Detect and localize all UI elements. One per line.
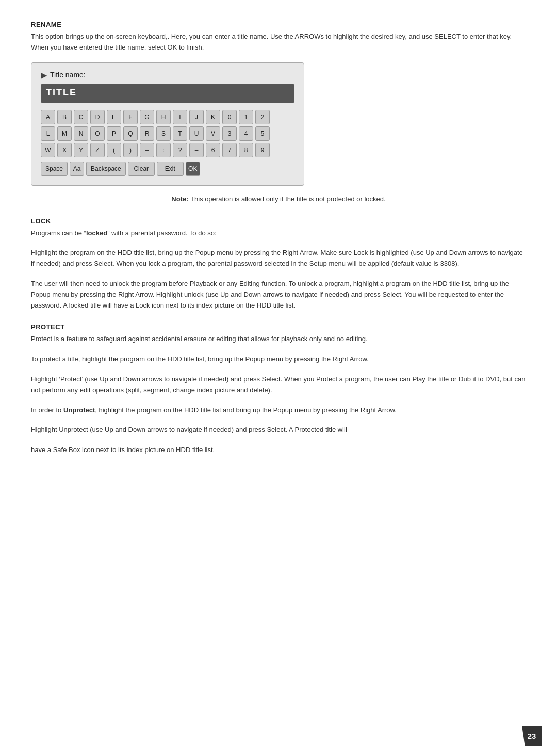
key-D[interactable]: D — [90, 110, 105, 124]
key-colon[interactable]: : — [156, 143, 171, 157]
key-dash[interactable]: – — [140, 143, 154, 157]
lock-para-1: Programs can be “locked” with a parental… — [31, 228, 526, 239]
key-U[interactable]: U — [189, 126, 204, 141]
key-0[interactable]: 0 — [222, 110, 237, 124]
key-P[interactable]: P — [107, 126, 121, 141]
key-rparen[interactable]: ) — [123, 143, 138, 157]
key-A[interactable]: A — [41, 110, 55, 124]
key-T[interactable]: T — [173, 126, 187, 141]
page-number: 23 — [522, 726, 542, 746]
rename-section: RENAME This option brings up the on-scre… — [31, 21, 526, 203]
lock-section: LOCK Programs can be “locked” with a par… — [31, 217, 526, 311]
keyboard-row-1: A B C D E F G H I J K 0 1 2 — [41, 110, 294, 124]
cursor-icon: ▶ — [41, 70, 47, 80]
protect-para-3: Highlight ‘Protect’ (use Up and Down arr… — [31, 374, 526, 396]
key-G[interactable]: G — [140, 110, 154, 124]
key-3[interactable]: 3 — [222, 126, 237, 141]
key-5[interactable]: 5 — [255, 126, 270, 141]
key-R[interactable]: R — [140, 126, 154, 141]
unprotect-bold: Unprotect — [63, 406, 95, 414]
key-6[interactable]: 6 — [206, 143, 220, 157]
lock-heading: LOCK — [31, 217, 526, 225]
keyboard-bottom-row: Space Aa Backspace Clear Exit OK — [41, 162, 294, 176]
keyboard-row-2: L M N O P Q R S T U V 3 4 5 — [41, 126, 294, 141]
key-O[interactable]: O — [90, 126, 105, 141]
title-name-label: ▶ Title name: — [41, 70, 294, 80]
key-M[interactable]: M — [57, 126, 72, 141]
protect-para-2: To protect a title, highlight the progra… — [31, 354, 526, 365]
key-1[interactable]: 1 — [239, 110, 253, 124]
protect-para-1: Protect is a feature to safeguard agains… — [31, 334, 526, 345]
key-C[interactable]: C — [74, 110, 88, 124]
key-ok[interactable]: OK — [186, 162, 200, 176]
note-bold: Note: — [171, 195, 188, 203]
key-exit[interactable]: Exit — [157, 162, 184, 176]
key-dash2[interactable]: – — [189, 143, 204, 157]
protect-para-4: In order to Unprotect, highlight the pro… — [31, 405, 526, 416]
key-9[interactable]: 9 — [255, 143, 270, 157]
key-E[interactable]: E — [107, 110, 121, 124]
key-W[interactable]: W — [41, 143, 55, 157]
page-content: RENAME This option brings up the on-scre… — [0, 0, 557, 499]
key-N[interactable]: N — [74, 126, 88, 141]
title-input-display: TITLE — [41, 84, 294, 103]
note-text: This operation is allowed only if the ti… — [190, 195, 386, 203]
keyboard-ui: ▶ Title name: TITLE A B C D E F G H I J … — [31, 62, 304, 186]
protect-section: PROTECT Protect is a feature to safeguar… — [31, 323, 526, 456]
keyboard-grid: A B C D E F G H I J K 0 1 2 L — [41, 110, 294, 176]
key-I[interactable]: I — [173, 110, 187, 124]
key-Y[interactable]: Y — [74, 143, 88, 157]
key-aa[interactable]: Aa — [70, 162, 84, 176]
title-name-text: Title name: — [50, 71, 86, 79]
protect-heading: PROTECT — [31, 323, 526, 331]
key-8[interactable]: 8 — [239, 143, 253, 157]
key-4[interactable]: 4 — [239, 126, 253, 141]
key-2[interactable]: 2 — [255, 110, 270, 124]
keyboard-row-3: W X Y Z ( ) – : ? – 6 7 8 9 — [41, 143, 294, 157]
protect-para-6: have a Safe Box icon next to its index p… — [31, 445, 526, 456]
key-clear[interactable]: Clear — [128, 162, 155, 176]
key-Q[interactable]: Q — [123, 126, 138, 141]
key-F[interactable]: F — [123, 110, 138, 124]
key-7[interactable]: 7 — [222, 143, 237, 157]
protect-para-5: Highlight Unprotect (use Up and Down arr… — [31, 425, 526, 436]
lock-para-2: Highlight the program on the HDD title l… — [31, 248, 526, 269]
key-L[interactable]: L — [41, 126, 55, 141]
lock-bold: locked — [86, 229, 107, 237]
key-J[interactable]: J — [189, 110, 204, 124]
key-B[interactable]: B — [57, 110, 72, 124]
key-S[interactable]: S — [156, 126, 171, 141]
key-K[interactable]: K — [206, 110, 220, 124]
key-space[interactable]: Space — [41, 162, 68, 176]
rename-note: Note: This operation is allowed only if … — [31, 195, 526, 203]
key-X[interactable]: X — [57, 143, 72, 157]
key-question[interactable]: ? — [173, 143, 187, 157]
rename-heading: RENAME — [31, 21, 526, 28]
rename-description: This option brings up the on-screen keyb… — [31, 31, 526, 53]
key-backspace[interactable]: Backspace — [86, 162, 126, 176]
key-lparen[interactable]: ( — [107, 143, 121, 157]
lock-para-3: The user will then need to unlock the pr… — [31, 279, 526, 311]
key-V[interactable]: V — [206, 126, 220, 141]
key-H[interactable]: H — [156, 110, 171, 124]
key-Z[interactable]: Z — [90, 143, 105, 157]
